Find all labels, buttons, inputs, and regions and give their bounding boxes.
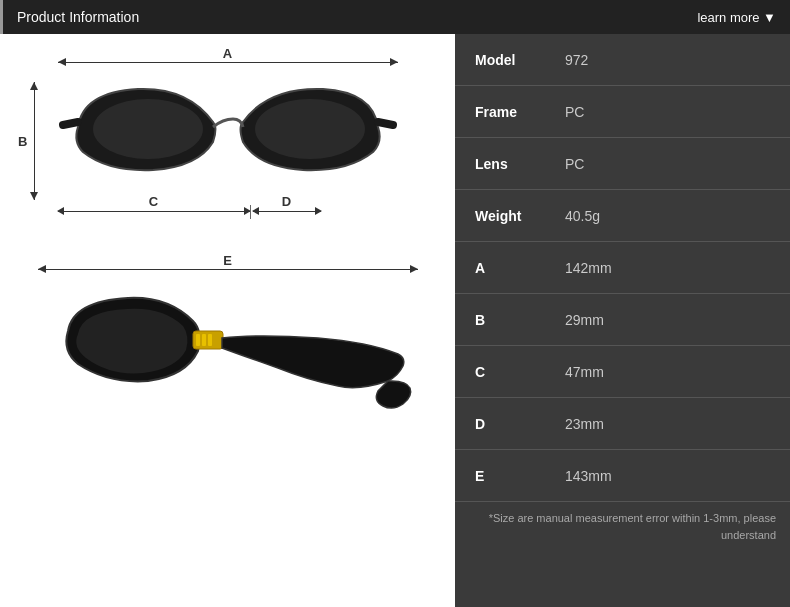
label-b: B bbox=[18, 134, 27, 149]
glasses-front-view bbox=[58, 67, 398, 197]
spec-row-b: B 29mm bbox=[455, 294, 790, 346]
spec-value-d: 23mm bbox=[565, 416, 604, 432]
spec-row-frame: Frame PC bbox=[455, 86, 790, 138]
arrow-c: C bbox=[58, 211, 250, 212]
spec-value-b: 29mm bbox=[565, 312, 604, 328]
svg-point-1 bbox=[255, 99, 365, 159]
spec-row-model: Model 972 bbox=[455, 34, 790, 86]
spec-label-model: Model bbox=[475, 52, 565, 68]
spec-row-c: C 47mm bbox=[455, 346, 790, 398]
svg-point-0 bbox=[93, 99, 203, 159]
spec-label-lens: Lens bbox=[475, 156, 565, 172]
dim-cd-row: C D bbox=[58, 201, 398, 225]
spec-label-b: B bbox=[475, 312, 565, 328]
dim-b-column: B bbox=[34, 82, 35, 200]
spec-row-weight: Weight 40.5g bbox=[455, 190, 790, 242]
spec-row-e: E 143mm bbox=[455, 450, 790, 502]
spec-label-d: D bbox=[475, 416, 565, 432]
spec-label-c: C bbox=[475, 364, 565, 380]
learn-more-button[interactable]: learn more ▼ bbox=[697, 10, 776, 25]
spec-value-c: 47mm bbox=[565, 364, 604, 380]
main-content: A B bbox=[0, 34, 790, 607]
svg-rect-7 bbox=[208, 334, 212, 346]
spec-value-e: 143mm bbox=[565, 468, 612, 484]
spec-value-a: 142mm bbox=[565, 260, 612, 276]
dim-e-row: E bbox=[38, 269, 418, 270]
arrow-a bbox=[58, 62, 398, 63]
top-view-section: A B bbox=[20, 44, 435, 225]
arrow-d: D bbox=[253, 211, 321, 212]
spec-note: *Size are manual measurement error withi… bbox=[455, 502, 790, 547]
spec-row-d: D 23mm bbox=[455, 398, 790, 450]
label-d: D bbox=[282, 194, 291, 209]
bottom-view-section: E bbox=[20, 253, 435, 426]
label-a: A bbox=[223, 46, 232, 61]
spec-label-frame: Frame bbox=[475, 104, 565, 120]
spec-row-lens: Lens PC bbox=[455, 138, 790, 190]
arrow-b: B bbox=[34, 82, 35, 200]
specs-panel: Model 972 Frame PC Lens PC Weight 40.5g … bbox=[455, 34, 790, 607]
spec-value-weight: 40.5g bbox=[565, 208, 600, 224]
spec-value-frame: PC bbox=[565, 104, 584, 120]
spec-label-e: E bbox=[475, 468, 565, 484]
page-header: Product Information learn more ▼ bbox=[0, 0, 790, 34]
image-panel: A B bbox=[0, 34, 455, 607]
label-c: C bbox=[149, 194, 158, 209]
glasses-side-view bbox=[38, 276, 418, 426]
spec-value-model: 972 bbox=[565, 52, 588, 68]
label-e: E bbox=[223, 253, 232, 268]
arrow-e bbox=[38, 269, 418, 270]
svg-line-3 bbox=[378, 122, 393, 125]
spec-label-weight: Weight bbox=[475, 208, 565, 224]
spec-label-a: A bbox=[475, 260, 565, 276]
svg-rect-5 bbox=[196, 334, 200, 346]
spec-value-lens: PC bbox=[565, 156, 584, 172]
svg-rect-6 bbox=[202, 334, 206, 346]
spec-row-a: A 142mm bbox=[455, 242, 790, 294]
page-title: Product Information bbox=[17, 9, 139, 25]
dim-a-row: A bbox=[58, 62, 398, 63]
svg-line-2 bbox=[63, 122, 78, 125]
